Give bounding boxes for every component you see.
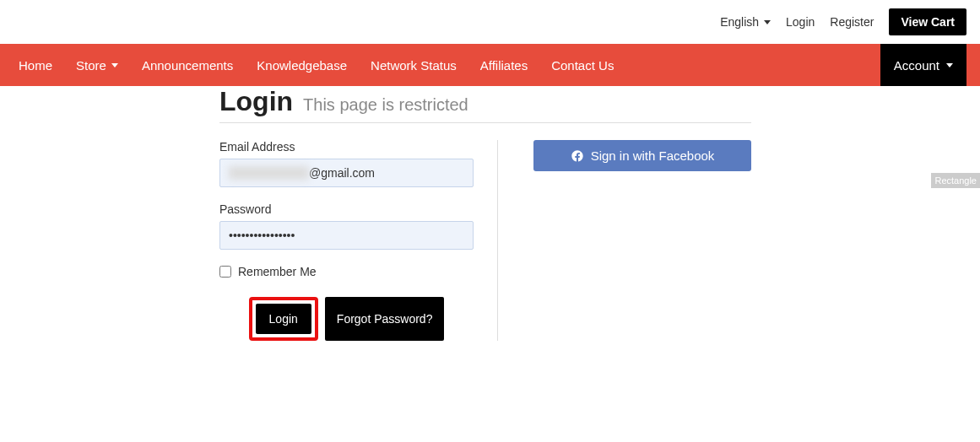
facebook-signin-label: Sign in with Facebook: [591, 148, 715, 163]
main-nav: Home Store Announcements Knowledgebase N…: [0, 44, 980, 86]
email-suffix: @gmail.com: [309, 166, 375, 180]
forgot-password-button[interactable]: Forgot Password?: [325, 297, 445, 341]
nav-affiliates[interactable]: Affiliates: [468, 44, 539, 86]
register-link[interactable]: Register: [830, 15, 874, 29]
nav-knowledgebase[interactable]: Knowledgebase: [245, 44, 359, 86]
social-login: Sign in with Facebook: [498, 140, 751, 341]
nav-network-status[interactable]: Network Status: [359, 44, 468, 86]
button-row: Login Forgot Password?: [219, 297, 474, 341]
facebook-signin-button[interactable]: Sign in with Facebook: [533, 140, 751, 171]
nav-home[interactable]: Home: [14, 44, 64, 86]
caret-down-icon: [946, 63, 953, 67]
language-label: English: [720, 15, 759, 29]
login-button[interactable]: Login: [256, 304, 311, 334]
email-redacted: xxxxxxxxxxxxx: [229, 166, 309, 180]
remember-me-checkbox[interactable]: [219, 266, 231, 278]
email-label: Email Address: [219, 140, 474, 154]
remember-me-row[interactable]: Remember Me: [219, 265, 474, 278]
login-form: Email Address xxxxxxxxxxxxx @gmail.com P…: [219, 140, 498, 341]
nav-announcements[interactable]: Announcements: [130, 44, 245, 86]
email-field[interactable]: xxxxxxxxxxxxx @gmail.com: [219, 159, 474, 187]
login-link[interactable]: Login: [786, 15, 815, 29]
view-cart-button[interactable]: View Cart: [889, 8, 966, 35]
login-highlight: Login: [249, 297, 318, 341]
rectangle-badge: Rectangle: [931, 173, 980, 188]
nav-contact[interactable]: Contact Us: [539, 44, 625, 86]
facebook-icon: [571, 149, 584, 163]
language-selector[interactable]: English: [720, 15, 771, 29]
caret-down-icon: [111, 63, 118, 67]
nav-store[interactable]: Store: [64, 44, 130, 86]
remember-me-label: Remember Me: [238, 265, 317, 278]
page-title: Login: [219, 86, 293, 117]
password-field[interactable]: [219, 221, 474, 250]
caret-down-icon: [764, 20, 771, 24]
page-header: Login This page is restricted: [219, 86, 751, 123]
page-subtitle: This page is restricted: [303, 95, 468, 115]
nav-account[interactable]: Account: [880, 44, 966, 86]
password-label: Password: [219, 202, 474, 216]
top-bar: English Login Register View Cart: [0, 0, 980, 44]
